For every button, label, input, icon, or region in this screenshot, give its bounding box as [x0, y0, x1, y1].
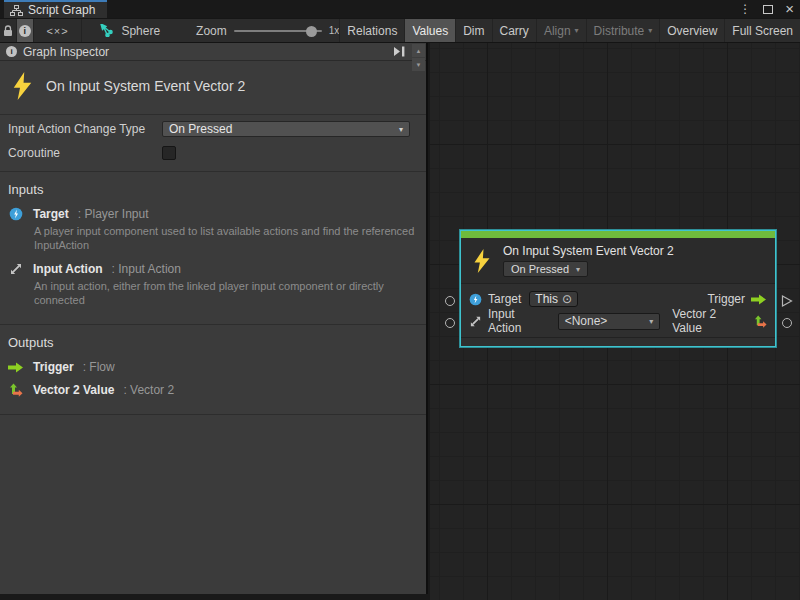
port-type: : Player Input [78, 207, 149, 221]
coroutine-label: Coroutine [8, 146, 162, 160]
inputs-heading: Inputs [8, 182, 410, 197]
event-bolt-icon [473, 249, 491, 273]
change-type-row: Input Action Change Type On Pressed ▾ [0, 119, 426, 139]
port-description: A player input component used to list av… [34, 224, 420, 253]
input-action-swap-icon [8, 262, 24, 276]
toolbar-buttons: Relations Values Dim Carry Align ▾ Distr… [339, 19, 800, 42]
port-type: : Vector 2 [123, 383, 174, 397]
close-icon[interactable]: × [785, 4, 794, 14]
lock-icon [3, 25, 13, 37]
player-input-icon [8, 207, 24, 221]
lock-button[interactable] [0, 19, 17, 42]
scroll-down-button[interactable]: ▼ [412, 58, 425, 71]
node-footer [461, 337, 775, 346]
node-title: On Input System Event Vector 2 [46, 78, 245, 94]
change-type-dropdown[interactable]: On Pressed ▾ [162, 121, 410, 137]
chevron-down-icon: ▾ [648, 26, 652, 35]
zoom-slider-knob[interactable] [306, 26, 317, 37]
graph-hierarchy-icon [10, 5, 23, 16]
inputs-section: Inputs Target : Player Input A player in… [0, 172, 426, 325]
vector2-output-port[interactable] [782, 318, 792, 328]
values-button[interactable]: Values [404, 19, 455, 42]
node-title: On Input System Event Vector 2 [503, 244, 674, 258]
carry-button[interactable]: Carry [492, 19, 536, 42]
dock-panel-icon[interactable] [393, 46, 406, 57]
node-row-inputaction-vector2: Input Action <None> ▾ Vector 2 Value [469, 310, 767, 332]
coroutine-checkbox[interactable] [162, 146, 176, 160]
inspector-title: Graph Inspector [23, 45, 109, 59]
change-type-label: Input Action Change Type [8, 122, 162, 136]
event-node-color-bar [461, 231, 775, 238]
port-doc-target: Target : Player Input A player input com… [8, 207, 410, 253]
vector2-icon [8, 383, 24, 397]
graph-canvas[interactable]: On Input System Event Vector 2 On Presse… [430, 43, 800, 600]
info-icon: i [6, 46, 17, 57]
port-description: An input action, either from the linked … [34, 279, 420, 308]
node-header[interactable]: On Input System Event Vector 2 On Presse… [461, 238, 775, 283]
trigger-output-port[interactable] [781, 295, 793, 307]
outputs-section: Outputs Trigger : Flow [0, 325, 426, 415]
graph-inspector-panel: i Graph Inspector ▲ ▼ On Input System Ev… [0, 43, 428, 594]
target-value-chip[interactable]: This ⊙ [529, 291, 578, 307]
zoom-label: Zoom [196, 24, 227, 38]
port-doc-trigger: Trigger : Flow [8, 360, 410, 374]
zoom-control: Zoom 1x [196, 19, 339, 42]
window-controls: ⋮ × [739, 0, 794, 18]
outputs-heading: Outputs [8, 335, 410, 350]
script-graph-window: Script Graph ⋮ × i <×> [0, 0, 800, 600]
distribute-button[interactable]: Distribute ▾ [586, 19, 660, 42]
tab-script-graph[interactable]: Script Graph [4, 0, 107, 18]
target-input-port[interactable] [445, 296, 455, 306]
port-name: Input Action [33, 262, 103, 276]
port-doc-vector2: Vector 2 Value : Vector 2 [8, 383, 410, 397]
flow-arrow-icon [751, 294, 767, 305]
inspector-toggle-button[interactable]: i [17, 19, 34, 42]
code-icon: <×> [46, 25, 68, 37]
port-name: Target [33, 207, 69, 221]
node-settings: Input Action Change Type On Pressed ▾ Co… [0, 119, 426, 172]
graph-toolbar: i <×> Sphere Zoom 1x [0, 18, 800, 43]
graph-reference[interactable]: Sphere [82, 19, 170, 42]
node-body: Target This ⊙ Trigger [461, 283, 775, 337]
relations-button[interactable]: Relations [339, 19, 404, 42]
graph-asset-icon [100, 24, 114, 37]
object-picker-icon[interactable]: ⊙ [562, 292, 572, 306]
full-screen-button[interactable]: Full Screen [724, 19, 800, 42]
chevron-down-icon: ▾ [575, 26, 579, 35]
node-mode-dropdown[interactable]: On Pressed ▾ [503, 261, 588, 277]
window-tab-bar: Script Graph ⋮ × [0, 0, 800, 18]
vector2-icon [754, 315, 767, 328]
chevron-down-icon: ▾ [649, 317, 653, 326]
input-action-input-port[interactable] [445, 318, 455, 328]
input-action-dropdown[interactable]: <None> ▾ [558, 313, 660, 330]
port-type: : Input Action [112, 262, 181, 276]
dim-button[interactable]: Dim [455, 19, 491, 42]
code-view-button[interactable]: <×> [34, 19, 83, 42]
zoom-value: 1x [329, 25, 340, 36]
port-name: Vector 2 Value [33, 383, 114, 397]
input-action-swap-icon [469, 315, 482, 328]
port-doc-input-action: Input Action : Input Action An input act… [8, 262, 410, 308]
scroll-up-button[interactable]: ▲ [412, 44, 425, 57]
vector2-port-label: Vector 2 Value [672, 307, 748, 335]
target-port-label: Target [488, 292, 521, 306]
align-button[interactable]: Align ▾ [536, 19, 586, 42]
overview-button[interactable]: Overview [659, 19, 724, 42]
maximize-icon[interactable] [763, 5, 773, 14]
inspector-scrollbar: ▲ ▼ [412, 44, 425, 71]
graph-inspector-header: i Graph Inspector ▲ ▼ [0, 43, 426, 61]
node-title-block: On Input System Event Vector 2 [0, 61, 426, 115]
zoom-slider[interactable] [234, 30, 322, 32]
port-name: Trigger [33, 360, 74, 374]
node-on-input-system-event-vector2[interactable]: On Input System Event Vector 2 On Presse… [460, 230, 776, 347]
port-type: : Flow [83, 360, 115, 374]
window-menu-icon[interactable]: ⋮ [739, 2, 751, 16]
chevron-down-icon: ▾ [399, 125, 403, 134]
info-icon: i [19, 25, 31, 37]
player-input-icon [469, 293, 482, 306]
event-bolt-icon [12, 72, 33, 100]
trigger-port-label: Trigger [707, 292, 745, 306]
flow-arrow-icon [8, 362, 24, 373]
coroutine-row: Coroutine [0, 143, 426, 163]
tab-label: Script Graph [28, 3, 95, 17]
